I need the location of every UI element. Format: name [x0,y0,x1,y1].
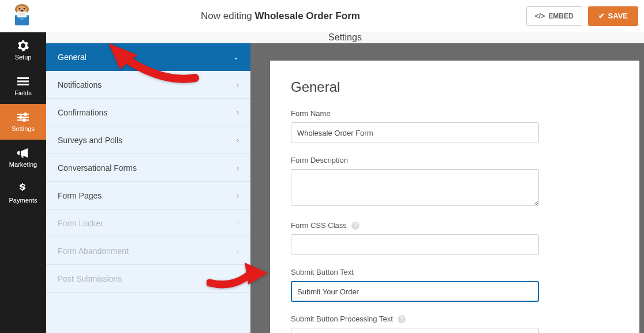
form-name-input[interactable] [291,122,539,143]
help-icon[interactable]: ? [351,222,360,230]
sidebar-item-conversational[interactable]: Conversational Forms › [46,154,250,182]
sidebar-item-label: Conversational Forms [58,163,137,173]
card-heading: General [291,79,619,95]
nav-marketing[interactable]: Marketing [0,140,46,175]
chevron-right-icon: › [237,275,239,283]
form-css-label: Form CSS Class ? [291,221,619,230]
chevron-right-icon: › [237,136,239,144]
svg-rect-12 [17,84,29,85]
sidebar-item-label: Surveys and Polls [58,136,122,145]
submit-text-label: Submit Button Text [291,268,619,276]
form-description-input[interactable] [291,169,539,206]
nav-label: Settings [12,125,35,132]
nav-fields[interactable]: Fields [0,68,46,104]
svg-point-16 [20,116,22,118]
sliders-icon [17,111,29,123]
sidebar-item-surveys[interactable]: Surveys and Polls › [46,126,250,154]
sidebar-item-label: Post Submissions [58,274,122,283]
form-css-input[interactable] [291,234,539,255]
svg-rect-11 [17,81,29,83]
sidebar-item-label: Notifications [58,80,102,89]
left-nav: Setup Fields Settings Marketing Payments [0,32,46,333]
topbar-title: Now editing Wholesale Order Form [35,10,526,22]
sidebar-item-form-locker[interactable]: Form Locker › [46,209,250,237]
submit-text-input[interactable] [291,281,539,302]
nav-label: Setup [15,54,32,61]
chevron-right-icon: › [237,219,239,227]
nav-setup[interactable]: Setup [0,32,46,68]
form-description-label: Form Description [291,156,619,164]
chevron-right-icon: › [237,247,239,255]
gear-icon [17,40,29,51]
submit-processing-label: Submit Button Processing Text ? [291,315,619,323]
sidebar-item-notifications[interactable]: Notifications › [46,71,250,99]
sidebar-item-label: Confirmations [58,108,107,117]
general-card: General Form Name Form Description Form … [270,61,639,333]
sidebar-item-confirmations[interactable]: Confirmations › [46,99,250,126]
content-area: General Form Name Form Description Form … [253,43,644,333]
svg-point-2 [19,8,21,9]
chevron-right-icon: › [237,164,239,172]
sidebar-item-label: Form Locker [58,219,103,228]
nav-label: Fields [14,89,31,96]
chevron-right-icon: › [237,192,239,200]
chevron-right-icon: › [237,81,239,89]
sidebar-item-form-pages[interactable]: Form Pages › [46,182,250,209]
help-icon[interactable]: ? [398,315,406,323]
sidebar-item-label: Form Pages [58,191,102,200]
svg-point-14 [24,113,27,115]
save-button[interactable]: ✔ SAVE [588,6,638,26]
sidebar-item-label: Form Abandonment [58,246,129,256]
sidebar-item-label: General [58,53,87,62]
chevron-down-icon: ⌄ [233,53,239,61]
svg-rect-10 [17,77,29,79]
svg-point-18 [23,119,25,121]
nav-label: Payments [9,197,38,204]
sidebar-item-form-abandonment[interactable]: Form Abandonment › [46,237,250,265]
topbar: Now editing Wholesale Order Form </> EMB… [0,0,644,32]
list-icon [17,76,29,87]
nav-payments[interactable]: Payments [0,175,46,211]
svg-point-3 [24,8,25,9]
bullhorn-icon [17,147,29,159]
nav-label: Marketing [9,161,37,168]
svg-rect-7 [17,12,27,17]
chevron-right-icon: › [237,108,239,117]
sidebar-item-general[interactable]: General ⌄ [46,43,250,71]
submit-processing-input[interactable] [291,328,539,333]
sidebar-item-post-submissions[interactable]: Post Submissions › [46,265,250,293]
nav-settings[interactable]: Settings [0,104,46,140]
dollar-icon [17,183,29,194]
code-icon: </> [535,12,545,20]
embed-button[interactable]: </> EMBED [526,6,582,26]
check-icon: ✔ [598,12,605,20]
settings-sidebar: General ⌄ Notifications › Confirmations … [46,43,253,333]
wpforms-logo [9,3,35,29]
panel-title: Settings [46,32,644,43]
form-name-label: Form Name [291,109,619,118]
